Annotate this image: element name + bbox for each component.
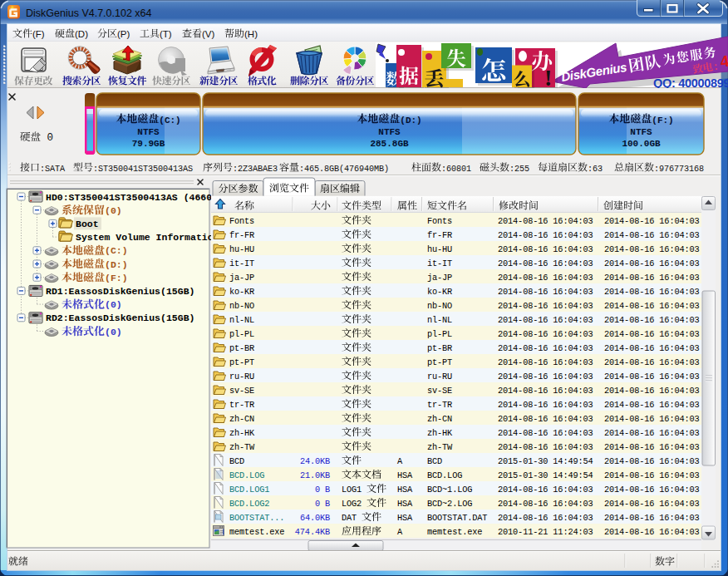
svg-text:2014-08-16 16:04:03: 2014-08-16 16:04:03 <box>498 428 593 438</box>
svg-text:System Volume Information: System Volume Information <box>76 232 219 243</box>
svg-text:zh-HK: zh-HK <box>229 428 255 438</box>
svg-text:2014-08-16 16:04:03: 2014-08-16 16:04:03 <box>498 414 593 424</box>
svg-text:21.0KB: 21.0KB <box>300 470 330 480</box>
svg-text:hu-HU: hu-HU <box>229 244 254 254</box>
svg-text:2014-08-16 16:04:03: 2014-08-16 16:04:03 <box>604 485 700 495</box>
svg-text:ru-RU: ru-RU <box>427 372 452 382</box>
svg-text:NTFS: NTFS <box>137 127 160 137</box>
svg-text:(H): (H) <box>244 29 258 39</box>
svg-text:2014-08-16 16:04:03: 2014-08-16 16:04:03 <box>604 470 700 480</box>
svg-text:2015-01-30 14:49:54: 2015-01-30 14:49:54 <box>498 456 593 466</box>
svg-text:(0): (0) <box>105 205 122 216</box>
svg-text:LOG1: LOG1 <box>342 485 366 495</box>
svg-text::SATA: :SATA <box>40 165 66 174</box>
svg-text:2014-08-16 16:04:03: 2014-08-16 16:04:03 <box>498 230 593 240</box>
svg-text:2014-08-16 16:04:03: 2014-08-16 16:04:03 <box>604 301 700 311</box>
svg-text:pt-BR: pt-BR <box>229 343 254 353</box>
svg-text:2014-08-16 16:04:03: 2014-08-16 16:04:03 <box>604 414 700 424</box>
svg-text:zh-HK: zh-HK <box>427 428 453 438</box>
svg-text:2014-08-16 16:04:03: 2014-08-16 16:04:03 <box>498 216 593 226</box>
svg-text:!: ! <box>544 65 552 91</box>
svg-text:RD2:EassosDiskGenius(15GB): RD2:EassosDiskGenius(15GB) <box>46 313 194 323</box>
svg-text:Fonts: Fonts <box>229 216 254 226</box>
svg-text:ja-JP: ja-JP <box>427 273 452 283</box>
svg-text:2014-08-16 16:04:03: 2014-08-16 16:04:03 <box>604 456 700 466</box>
svg-text:2014-08-16 16:04:03: 2014-08-16 16:04:03 <box>498 386 593 396</box>
svg-text:(C:): (C:) <box>159 116 180 126</box>
svg-text:(F): (F) <box>32 29 45 39</box>
svg-text:BCD: BCD <box>229 456 244 466</box>
svg-text:2014-08-16 16:04:03: 2014-08-16 16:04:03 <box>498 273 593 283</box>
svg-text:285.8GB: 285.8GB <box>370 139 409 149</box>
svg-text:tr-TR: tr-TR <box>427 400 452 410</box>
svg-text:HSA: HSA <box>397 470 413 480</box>
svg-text:0 B: 0 B <box>315 499 330 509</box>
svg-text:2014-08-16 16:04:03: 2014-08-16 16:04:03 <box>498 258 593 268</box>
svg-text:A: A <box>397 456 403 466</box>
svg-text:QQ: 40000899: QQ: 40000899 <box>653 76 728 90</box>
svg-text:2014-08-16 16:04:03: 2014-08-16 16:04:03 <box>604 216 700 226</box>
svg-text:nl-NL: nl-NL <box>427 315 452 325</box>
svg-text:2014-08-16 16:04:03: 2014-08-16 16:04:03 <box>498 315 593 325</box>
svg-text:hu-HU: hu-HU <box>427 244 452 254</box>
svg-text:nb-NO: nb-NO <box>427 301 452 311</box>
svg-text:BOOTSTAT...: BOOTSTAT... <box>229 513 284 523</box>
svg-text:(D): (D) <box>75 29 88 39</box>
svg-text:(F:): (F:) <box>652 116 673 126</box>
svg-text::465.8GB(476940MB): :465.8GB(476940MB) <box>299 165 389 174</box>
svg-text:nb-NO: nb-NO <box>229 301 254 311</box>
svg-text:2014-08-16 16:04:03: 2014-08-16 16:04:03 <box>604 287 700 297</box>
svg-text:BCD.LOG2: BCD.LOG2 <box>229 499 269 509</box>
svg-text:tr-TR: tr-TR <box>229 400 254 410</box>
svg-text:2014-08-16 16:04:03: 2014-08-16 16:04:03 <box>498 400 593 410</box>
svg-text:2014-08-16 16:04:03: 2014-08-16 16:04:03 <box>604 258 700 268</box>
svg-text:0: 0 <box>41 132 53 144</box>
svg-text:it-IT: it-IT <box>229 258 254 268</box>
svg-text:(V): (V) <box>202 29 215 39</box>
svg-text:2014-08-16 16:04:03: 2014-08-16 16:04:03 <box>604 343 700 353</box>
svg-text:2014-08-16 16:04:03: 2014-08-16 16:04:03 <box>498 244 593 254</box>
svg-text:(0): (0) <box>105 299 122 310</box>
svg-text:HD0:ST350041ST3500413AS (4660: HD0:ST350041ST3500413AS (4660 <box>46 192 212 203</box>
svg-text:2014-08-16 16:04:03: 2014-08-16 16:04:03 <box>604 273 700 283</box>
svg-text:24.0KB: 24.0KB <box>300 456 330 466</box>
svg-text:pt-PT: pt-PT <box>229 357 254 367</box>
svg-text:2014-08-16 16:04:03: 2014-08-16 16:04:03 <box>498 499 593 509</box>
svg-text:2014-08-16 16:04:03: 2014-08-16 16:04:03 <box>498 442 593 452</box>
svg-text:BCD~1.LOG: BCD~1.LOG <box>427 485 472 495</box>
svg-text:79.9GB: 79.9GB <box>132 139 165 149</box>
svg-text:2014-08-16 16:04:03: 2014-08-16 16:04:03 <box>498 301 593 311</box>
svg-text:2014-08-16 16:04:03: 2014-08-16 16:04:03 <box>604 527 700 537</box>
svg-text:BOOTSTAT.DAT: BOOTSTAT.DAT <box>427 513 487 523</box>
svg-text:sv-SE: sv-SE <box>229 386 254 396</box>
svg-text:pl-PL: pl-PL <box>229 329 254 339</box>
svg-text:2014-08-16 16:04:03: 2014-08-16 16:04:03 <box>604 386 700 396</box>
svg-text::ST350041ST3500413AS: :ST350041ST3500413AS <box>93 165 193 174</box>
svg-text:2015-01-30 14:49:54: 2015-01-30 14:49:54 <box>498 470 593 480</box>
svg-text:(F:): (F:) <box>105 273 128 283</box>
svg-text:0 B: 0 B <box>315 485 330 495</box>
svg-text:2010-11-21 11:24:03: 2010-11-21 11:24:03 <box>498 527 593 537</box>
svg-text:zh-CN: zh-CN <box>229 414 254 424</box>
svg-text:(T): (T) <box>160 29 172 39</box>
svg-text:2014-08-16 16:04:03: 2014-08-16 16:04:03 <box>498 329 593 339</box>
svg-text:2014-08-16 16:04:03: 2014-08-16 16:04:03 <box>604 428 700 438</box>
svg-text:RD1:EassosDiskGenius(15GB): RD1:EassosDiskGenius(15GB) <box>46 286 194 297</box>
svg-text:LOG2: LOG2 <box>342 499 366 509</box>
svg-text:BCD: BCD <box>427 456 442 466</box>
svg-text:zh-TW: zh-TW <box>229 442 255 452</box>
svg-text:2014-08-16 16:04:03: 2014-08-16 16:04:03 <box>498 287 593 297</box>
svg-text:memtest.exe: memtest.exe <box>229 527 284 537</box>
svg-text:BCD.LOG1: BCD.LOG1 <box>229 485 269 495</box>
svg-text:2014-08-16 16:04:03: 2014-08-16 16:04:03 <box>498 485 593 495</box>
svg-text:fr-FR: fr-FR <box>427 230 452 240</box>
svg-text:ja-JP: ja-JP <box>229 273 254 283</box>
svg-text:(0): (0) <box>105 327 122 337</box>
svg-text:BCD.LOG: BCD.LOG <box>427 470 462 480</box>
svg-text:memtest.exe: memtest.exe <box>427 527 482 537</box>
svg-text:2014-08-16 16:04:03: 2014-08-16 16:04:03 <box>498 513 593 523</box>
svg-text:zh-CN: zh-CN <box>427 414 452 424</box>
svg-text::2Z3ABAE3: :2Z3ABAE3 <box>233 165 278 174</box>
svg-text:2014-08-16 16:04:03: 2014-08-16 16:04:03 <box>604 442 700 452</box>
svg-text:nl-NL: nl-NL <box>229 315 254 325</box>
